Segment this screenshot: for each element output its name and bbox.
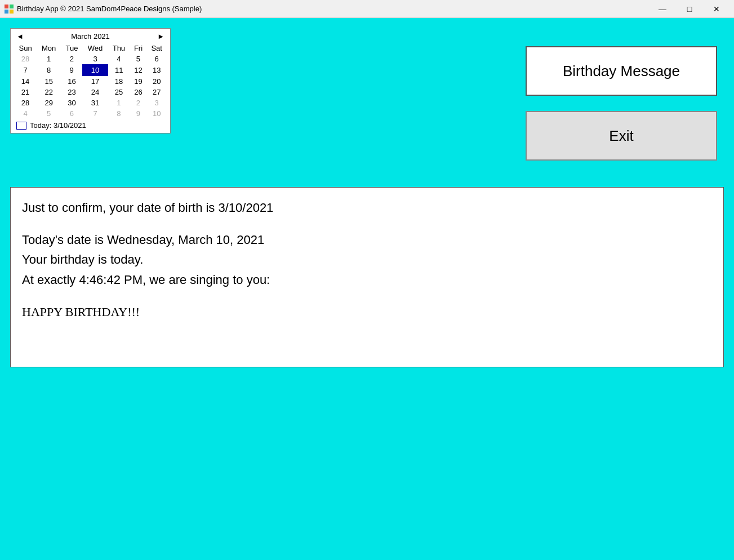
calendar-day[interactable]: 21	[14, 87, 37, 97]
birthday-message-label: Birthday Message	[563, 63, 680, 80]
calendar-day[interactable]: 9	[61, 65, 83, 76]
calendar-day[interactable]: 27	[146, 87, 167, 97]
calendar-grid: Sun Mon Tue Wed Thu Fri Sat 281234567891…	[14, 43, 167, 119]
message-spacer-2	[22, 290, 712, 302]
message-area: Just to confirm, your date of birth is 3…	[10, 187, 724, 367]
day-sun: Sun	[14, 43, 37, 54]
calendar-week-2: 14151617181920	[14, 76, 167, 87]
calendar-day[interactable]: 24	[83, 87, 108, 97]
calendar-day[interactable]: 5	[130, 54, 147, 65]
calendar-prev-button[interactable]: ◄	[14, 32, 26, 41]
calendar-day[interactable]: 5	[37, 108, 61, 119]
day-wed: Wed	[83, 43, 108, 54]
calendar-day[interactable]: 25	[108, 87, 130, 97]
day-mon: Mon	[37, 43, 61, 54]
svg-rect-1	[10, 5, 14, 8]
close-button[interactable]: ✕	[704, 2, 729, 16]
calendar-header: ◄ March 2021 ►	[14, 32, 167, 41]
svg-rect-2	[5, 10, 8, 14]
calendar-day[interactable]: 17	[83, 76, 108, 87]
calendar-day[interactable]: 28	[14, 97, 37, 108]
calendar-day[interactable]: 29	[37, 97, 61, 108]
calendar-day[interactable]: 4	[108, 54, 130, 65]
calendar-day[interactable]: 31	[83, 97, 108, 108]
calendar-day[interactable]: 22	[37, 87, 61, 97]
window-title: Birthday App © 2021 SamDom4Peace Designs…	[17, 5, 202, 13]
calendar-days-header: Sun Mon Tue Wed Thu Fri Sat	[14, 43, 167, 54]
calendar-day[interactable]: 8	[37, 65, 61, 76]
day-thu: Thu	[108, 43, 130, 54]
calendar-day[interactable]: 14	[14, 76, 37, 87]
title-bar-left: Birthday App © 2021 SamDom4Peace Designs…	[5, 5, 202, 14]
calendar-day[interactable]: 13	[146, 65, 167, 76]
calendar-day[interactable]: 1	[37, 54, 61, 65]
title-bar-controls: — □ ✕	[650, 2, 729, 16]
title-bar: Birthday App © 2021 SamDom4Peace Designs…	[0, 0, 734, 18]
calendar-widget: ◄ March 2021 ► Sun Mon Tue Wed Thu Fri S…	[10, 28, 171, 134]
calendar-day[interactable]: 9	[130, 108, 147, 119]
message-spacer-1	[22, 217, 712, 230]
message-line-1: Just to confirm, your date of birth is 3…	[22, 198, 712, 217]
calendar-week-1: 78910111213	[14, 65, 167, 76]
calendar-month-year: March 2021	[71, 32, 110, 41]
calendar-day[interactable]: 12	[130, 65, 147, 76]
day-fri: Fri	[130, 43, 147, 54]
calendar-day[interactable]: 7	[83, 108, 108, 119]
exit-label: Exit	[609, 127, 633, 145]
maximize-button[interactable]: □	[677, 2, 702, 16]
main-content: ◄ March 2021 ► Sun Mon Tue Wed Thu Fri S…	[0, 18, 734, 560]
calendar-day[interactable]: 26	[130, 87, 147, 97]
calendar-day[interactable]: 8	[108, 108, 130, 119]
today-label: Today: 3/10/2021	[30, 121, 86, 130]
calendar-day[interactable]: 11	[108, 65, 130, 76]
today-square	[16, 122, 26, 130]
calendar-day[interactable]: 10	[83, 65, 108, 76]
calendar-day[interactable]: 30	[61, 97, 83, 108]
day-sat: Sat	[146, 43, 167, 54]
minimize-button[interactable]: —	[650, 2, 675, 16]
calendar-day[interactable]: 3	[83, 54, 108, 65]
calendar-week-4: 28293031123	[14, 97, 167, 108]
calendar-day[interactable]: 7	[14, 65, 37, 76]
calendar-day[interactable]: 4	[14, 108, 37, 119]
calendar-day[interactable]: 6	[146, 54, 167, 65]
calendar-day[interactable]: 23	[61, 87, 83, 97]
calendar-today-row: Today: 3/10/2021	[14, 121, 167, 130]
calendar-day[interactable]: 15	[37, 76, 61, 87]
calendar-day[interactable]: 20	[146, 76, 167, 87]
calendar-week-0: 28123456	[14, 54, 167, 65]
calendar-day[interactable]: 3	[146, 97, 167, 108]
message-happy: HAPPY BIRTHDAY!!!	[22, 302, 712, 322]
message-line-5: At exactly 4:46:42 PM, we are singing to…	[22, 270, 712, 290]
calendar-week-5: 45678910	[14, 108, 167, 119]
app-icon	[5, 5, 14, 14]
calendar-day[interactable]: 2	[61, 54, 83, 65]
calendar-day[interactable]: 1	[108, 97, 130, 108]
exit-button[interactable]: Exit	[526, 111, 717, 161]
day-tue: Tue	[61, 43, 83, 54]
svg-rect-0	[5, 5, 8, 8]
svg-rect-3	[10, 10, 14, 14]
calendar-day[interactable]: 10	[146, 108, 167, 119]
calendar-day[interactable]: 2	[130, 97, 147, 108]
calendar-day[interactable]: 19	[130, 76, 147, 87]
message-line-4: Your birthday is today.	[22, 250, 712, 269]
calendar-next-button[interactable]: ►	[155, 32, 167, 41]
calendar-day[interactable]: 6	[61, 108, 83, 119]
calendar-body: 2812345678910111213141516171819202122232…	[14, 54, 167, 119]
calendar-day[interactable]: 16	[61, 76, 83, 87]
calendar-day[interactable]: 28	[14, 54, 37, 65]
message-line-3: Today's date is Wednesday, March 10, 202…	[22, 230, 712, 250]
birthday-message-button[interactable]: Birthday Message	[526, 46, 717, 96]
calendar-week-3: 21222324252627	[14, 87, 167, 97]
calendar-day[interactable]: 18	[108, 76, 130, 87]
